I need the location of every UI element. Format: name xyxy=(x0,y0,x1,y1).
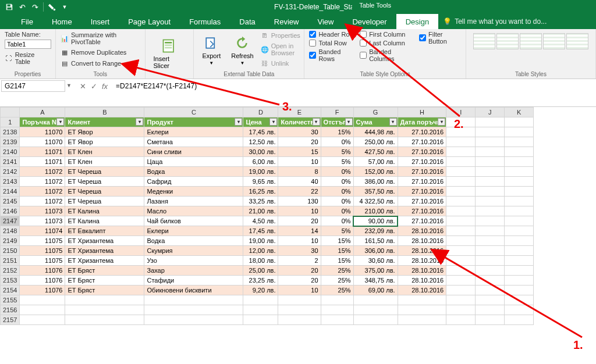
cell[interactable]: ЕТ Череша xyxy=(65,167,144,177)
cell[interactable]: 15% xyxy=(321,256,353,266)
cell[interactable]: 11070 xyxy=(20,137,65,147)
tab-page-layout[interactable]: Page Layout xyxy=(119,14,180,29)
filter-dropdown-icon[interactable]: ▾ xyxy=(345,118,353,126)
cell[interactable]: 27.10.2016 xyxy=(398,216,446,226)
filter-dropdown-icon[interactable]: ▾ xyxy=(269,118,277,126)
cell[interactable]: Скумрия xyxy=(144,246,243,256)
cell[interactable] xyxy=(243,305,278,315)
cell[interactable]: 427,50 лв. xyxy=(353,147,398,157)
cell[interactable] xyxy=(505,187,534,197)
cell[interactable] xyxy=(476,157,505,167)
cell[interactable] xyxy=(505,246,534,256)
cell[interactable] xyxy=(321,295,353,305)
remove-duplicates-button[interactable]: ▦Remove Duplicates xyxy=(61,48,140,57)
cell[interactable]: ЕТ Бряст xyxy=(65,276,144,286)
cell[interactable] xyxy=(476,246,505,256)
filter-dropdown-icon[interactable]: ▾ xyxy=(438,118,445,126)
cell[interactable]: ЕТ Калина xyxy=(65,216,144,226)
cell[interactable]: 375,00 лв. xyxy=(353,266,398,276)
cell[interactable]: Захар xyxy=(144,266,243,276)
cell[interactable]: 57,00 лв. xyxy=(353,157,398,167)
cell[interactable]: 5% xyxy=(321,147,353,157)
cell[interactable] xyxy=(144,315,243,325)
cell[interactable]: 28.10.2016 xyxy=(398,276,446,286)
cell[interactable] xyxy=(353,295,398,305)
cell[interactable]: 28.10.2016 xyxy=(398,226,446,236)
cell[interactable] xyxy=(278,295,321,305)
cell[interactable]: 15% xyxy=(321,236,353,246)
filter-button-checkbox[interactable]: Filter Button xyxy=(419,31,461,45)
tab-data[interactable]: Data xyxy=(230,14,264,29)
cell[interactable]: ЕТ Клен xyxy=(65,147,144,157)
cell[interactable]: 0% xyxy=(321,206,353,216)
cell[interactable] xyxy=(398,305,446,315)
column-header[interactable]: B xyxy=(65,108,144,117)
cell[interactable] xyxy=(505,127,534,137)
cell[interactable]: 11072 xyxy=(20,187,65,197)
cell[interactable] xyxy=(278,315,321,325)
cell[interactable]: 28.10.2016 xyxy=(398,256,446,266)
cell[interactable]: 10 xyxy=(278,286,321,295)
cell[interactable]: 20 xyxy=(278,266,321,276)
cell[interactable] xyxy=(476,315,505,325)
spreadsheet-grid[interactable]: ABCDEFGHIJK1Поръчка N▾Клиент▾Продукт▾Цен… xyxy=(0,107,534,325)
cell[interactable] xyxy=(476,266,505,276)
table-column-header[interactable]: Количество▾ xyxy=(278,117,321,127)
cell[interactable]: 20 xyxy=(278,276,321,286)
column-header[interactable]: D xyxy=(243,108,278,117)
cell[interactable] xyxy=(144,305,243,315)
cell[interactable]: ЕТ Хризантема xyxy=(65,246,144,256)
undo-icon[interactable]: ↶ xyxy=(16,1,28,13)
row-header[interactable]: 2141 xyxy=(1,157,20,167)
cell[interactable]: 11071 xyxy=(20,157,65,167)
header-row-checkbox[interactable]: Header Row xyxy=(309,31,356,38)
cell[interactable] xyxy=(446,256,476,266)
row-header[interactable]: 2146 xyxy=(1,206,20,216)
cell[interactable]: 27.10.2016 xyxy=(398,197,446,206)
cell[interactable]: Стафиди xyxy=(144,276,243,286)
resize-table-button[interactable]: ⛶Resize Table xyxy=(5,51,51,66)
insert-slicer-button[interactable]: Insert Slicer xyxy=(150,31,189,76)
cell[interactable] xyxy=(20,305,65,315)
cell[interactable] xyxy=(321,305,353,315)
cell[interactable] xyxy=(476,226,505,236)
cell[interactable]: 27.10.2016 xyxy=(398,137,446,147)
cell[interactable]: ЕТ Череша xyxy=(65,177,144,187)
cell[interactable]: 18,00 лв. xyxy=(243,256,278,266)
table-column-header[interactable]: Сума▾ xyxy=(353,117,398,127)
column-header[interactable]: I xyxy=(446,108,476,117)
cell[interactable] xyxy=(65,305,144,315)
cell[interactable] xyxy=(446,206,476,216)
tab-home[interactable]: Home xyxy=(42,14,81,29)
cell[interactable]: 25,00 лв. xyxy=(243,266,278,276)
cell[interactable]: ЕТ Хризантема xyxy=(65,236,144,246)
cell[interactable]: 5% xyxy=(321,157,353,167)
cell[interactable] xyxy=(505,117,534,127)
cell[interactable]: 11072 xyxy=(20,177,65,187)
cell[interactable]: 0% xyxy=(321,187,353,197)
cell[interactable]: 11074 xyxy=(20,226,65,236)
cell[interactable] xyxy=(446,177,476,187)
cell[interactable] xyxy=(476,187,505,197)
cell[interactable]: ЕТ Калина xyxy=(65,206,144,216)
paint-icon[interactable] xyxy=(46,1,58,13)
cell[interactable] xyxy=(278,305,321,315)
cell[interactable]: 10 xyxy=(278,236,321,246)
cell[interactable]: 11071 xyxy=(20,147,65,157)
cell[interactable] xyxy=(505,295,534,305)
column-header[interactable]: F xyxy=(321,108,353,117)
cell[interactable] xyxy=(476,295,505,305)
cell[interactable]: 250,00 лв. xyxy=(353,137,398,147)
column-header[interactable]: A xyxy=(20,108,65,117)
row-header[interactable]: 2144 xyxy=(1,187,20,197)
row-header[interactable]: 2138 xyxy=(1,127,20,137)
cell[interactable] xyxy=(398,315,446,325)
cell[interactable] xyxy=(505,177,534,187)
banded-rows-checkbox[interactable]: Banded Rows xyxy=(309,48,356,62)
cell[interactable] xyxy=(446,286,476,295)
cell[interactable]: 15 xyxy=(278,147,321,157)
row-header[interactable]: 2156 xyxy=(1,305,20,315)
row-header[interactable]: 2153 xyxy=(1,276,20,286)
cell[interactable] xyxy=(476,167,505,177)
row-header[interactable]: 2155 xyxy=(1,295,20,305)
